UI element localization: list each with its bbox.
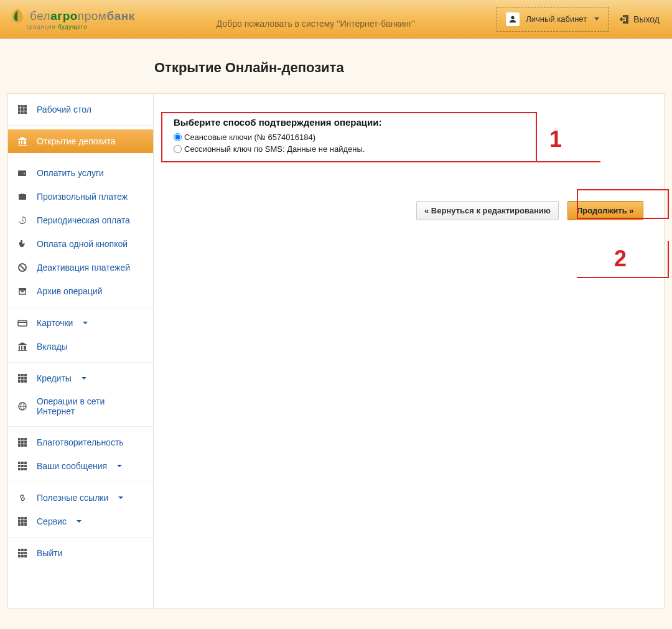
annotation-2-box-top	[577, 189, 669, 219]
sidebar-item-произвольный-платеж[interactable]: Произвольный платеж	[8, 185, 153, 208]
radio-sms-key[interactable]: Сессионный ключ по SMS: Данные не найден…	[174, 143, 525, 155]
history-icon	[17, 215, 28, 226]
sidebar-item-оплатить-услуги[interactable]: Оплатить услуги	[8, 161, 153, 185]
sidebar-item-label: Архив операций	[37, 286, 103, 296]
bank-icon	[17, 341, 28, 352]
sidebar-item-label: Операции в сети Интернет	[37, 396, 144, 416]
back-button[interactable]: « Вернуться к редактированию	[416, 201, 559, 220]
sidebar-item-label: Открытие депозита	[37, 136, 116, 146]
sidebar-item-label: Оплата одной кнопкой	[37, 239, 128, 249]
logo-icon	[9, 7, 26, 25]
chevron-down-icon	[77, 520, 82, 523]
chevron-down-icon	[118, 496, 123, 499]
chevron-down-icon	[117, 465, 122, 467]
logo-text-part2: агро	[50, 9, 78, 22]
chevron-down-icon	[82, 377, 86, 380]
sidebar-item-label: Карточки	[37, 318, 73, 328]
sidebar-item-label: Деактивация платежей	[37, 263, 130, 273]
globe-icon	[17, 401, 28, 412]
sidebar-item-label: Кредиты	[37, 373, 72, 383]
sidebar-item-label: Выйти	[37, 548, 62, 558]
sidebar-item-ваши-сообщения[interactable]: Ваши сообщения	[8, 454, 153, 478]
sidebar-item-открытие-депозита[interactable]: Открытие депозита	[8, 129, 153, 153]
grid-icon	[17, 516, 28, 527]
bank-icon	[17, 136, 28, 147]
sidebar-item-операции-в-сети-интернет[interactable]: Операции в сети Интернет	[8, 390, 153, 422]
account-label: Личный кабинет	[526, 14, 587, 24]
sidebar-item-кредиты[interactable]: Кредиты	[8, 366, 153, 390]
hand-icon	[17, 238, 28, 249]
sidebar-item-label: Оплатить услуги	[37, 168, 104, 178]
ban-icon	[17, 262, 28, 273]
logo-text-part1: бел	[30, 9, 50, 22]
logo-text-part4: банк	[106, 9, 134, 22]
sidebar-item-карточки[interactable]: Карточки	[8, 311, 153, 335]
annotation-1: 1	[549, 126, 562, 152]
sidebar-item-label: Ваши сообщения	[37, 461, 107, 471]
welcome-text: Добро пожаловать в систему "Интернет-бан…	[135, 19, 497, 29]
logo-text-part3: пром	[78, 9, 107, 22]
page-title: Открытие Онлайн-депозита	[0, 39, 672, 93]
grid-icon	[17, 104, 28, 115]
sidebar-item-label: Периодическая оплата	[37, 215, 130, 225]
annotation-1-underline	[311, 161, 600, 162]
wallet-icon	[17, 167, 28, 179]
header-bar: белагропромбанк традиции будущего Добро …	[0, 0, 672, 39]
sidebar-item-выйти[interactable]: Выйти	[8, 541, 153, 565]
sidebar-item-оплата-одной-кнопкой[interactable]: Оплата одной кнопкой	[8, 232, 153, 256]
link-icon	[17, 492, 28, 503]
radio-sms-key-label: Сессионный ключ по SMS: Данные не найден…	[184, 144, 365, 154]
grid-icon	[17, 437, 28, 448]
radio-session-keys[interactable]: Сеансовые ключи (№ 6574016184)	[174, 131, 525, 143]
user-icon	[506, 12, 520, 26]
chevron-down-icon	[594, 17, 599, 21]
card-icon	[17, 317, 28, 328]
sidebar-item-полезные-ссылки[interactable]: Полезные ссылки	[8, 486, 153, 510]
confirm-method-box: Выберите способ подтверждения операции: …	[161, 112, 537, 162]
sidebar-item-деактивация-платежей[interactable]: Деактивация платежей	[8, 256, 153, 279]
grid-icon	[17, 460, 28, 472]
sidebar-item-архив-операций[interactable]: Архив операций	[8, 279, 153, 303]
sidebar-item-label: Благотворительность	[37, 437, 124, 447]
sidebar-item-вклады[interactable]: Вклады	[8, 335, 153, 358]
sidebar-item-благотворительность[interactable]: Благотворительность	[8, 431, 153, 454]
chevron-down-icon	[83, 322, 88, 324]
grid-icon	[17, 547, 28, 559]
exit-label: Выход	[633, 14, 660, 24]
annotation-2: 2	[614, 246, 627, 272]
logo-tagline: традиции будущего	[26, 24, 135, 30]
sidebar-item-рабочий-стол[interactable]: Рабочий стол	[8, 98, 153, 121]
exit-button[interactable]: Выход	[620, 14, 660, 24]
sidebar-item-label: Произвольный платеж	[37, 192, 128, 202]
exit-icon	[620, 14, 630, 24]
sidebar-item-label: Сервис	[37, 516, 67, 526]
grid-icon	[17, 373, 28, 384]
sidebar-item-периодическая-оплата[interactable]: Периодическая оплата	[8, 208, 153, 232]
radio-session-keys-label: Сеансовые ключи (№ 6574016184)	[184, 133, 315, 142]
logo-block: белагропромбанк традиции будущего	[6, 7, 135, 31]
sidebar-item-label: Вклады	[37, 342, 68, 352]
radio-sms-key-input[interactable]	[174, 145, 182, 153]
sidebar-item-label: Рабочий стол	[37, 105, 91, 114]
sidebar: Рабочий стол Открытие депозита Оплатить …	[7, 93, 153, 608]
account-dropdown[interactable]: Личный кабинет	[497, 7, 609, 32]
confirm-title: Выберите способ подтверждения операции:	[174, 117, 525, 128]
archive-icon	[17, 286, 28, 297]
sidebar-item-label: Полезные ссылки	[37, 493, 108, 503]
radio-session-keys-input[interactable]	[174, 133, 182, 141]
sidebar-item-сервис[interactable]: Сервис	[8, 510, 153, 533]
briefcase-icon	[17, 191, 28, 202]
main-panel: Выберите способ подтверждения операции: …	[153, 93, 665, 608]
